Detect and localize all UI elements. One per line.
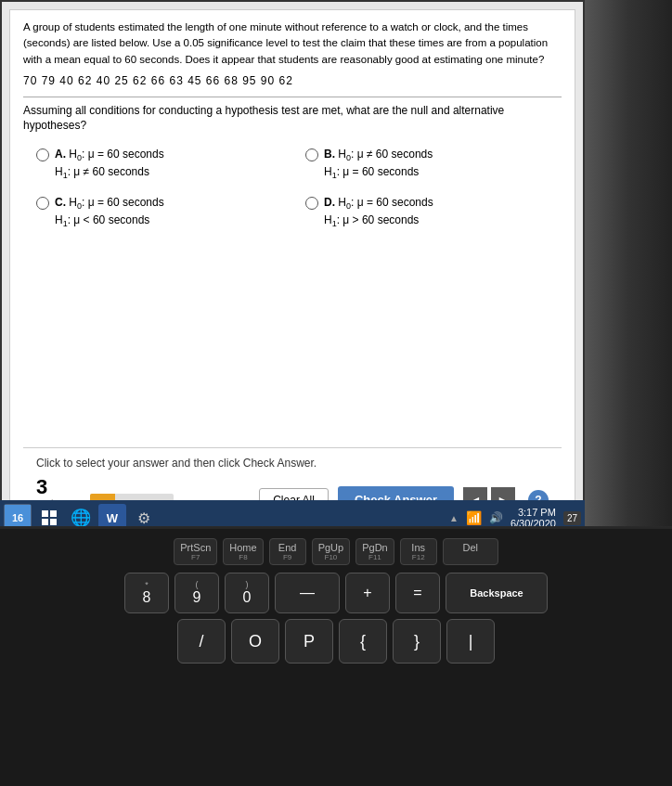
audio-icon: 🔊 [489,511,503,524]
fn-key-pgdn[interactable]: PgDn F11 [355,538,394,565]
key-minus[interactable]: — [275,573,340,613]
key-0[interactable]: ) 0 [225,573,269,613]
keyboard-area: PrtScn F7 Home F8 End F9 PgUp F10 PgDn F… [0,529,672,786]
key-close-brace[interactable]: } [393,619,441,664]
clock-time: 3:17 PM [518,507,556,518]
fn-key-ins[interactable]: Ins F12 [400,538,437,565]
parts-number: 3 [36,477,47,497]
fn-key-del[interactable]: Del [443,538,498,565]
key-8[interactable]: * 8 [124,573,169,613]
network-icon: 📶 [466,510,482,525]
option-b[interactable]: B. H0: μ ≠ 60 seconds H1: μ = 60 seconds [302,143,552,186]
radio-d[interactable] [305,197,318,210]
radio-c[interactable] [36,197,49,210]
key-p[interactable]: P [285,619,333,664]
right-bezel [585,0,672,538]
laptop-screen: A group of students estimated the length… [0,0,585,529]
windows-logo [42,510,57,525]
number-row: * 8 ( 9 ) 0 — + = Backspace [19,573,653,613]
backspace-label: Backspace [470,587,523,599]
battery-badge: 27 [563,511,581,525]
key-9[interactable]: ( 9 [174,573,219,613]
fn-keys-row: PrtScn F7 Home F8 End F9 PgUp F10 PgDn F… [19,538,653,565]
click-instruction: Click to select your answer and then cli… [36,456,549,471]
fn-key-end[interactable]: End F9 [269,538,306,565]
question-paragraph: A group of students estimated the length… [23,19,562,68]
key-open-brace[interactable]: { [339,619,387,664]
blank-work-area [23,243,562,447]
options-grid: A. H0: μ = 60 seconds H1: μ ≠ 60 seconds… [23,143,562,234]
backspace-key[interactable]: Backspace [446,573,548,613]
option-c-label: C. H0: μ = 60 seconds H1: μ < 60 seconds [55,195,164,230]
option-b-label: B. H0: μ ≠ 60 seconds H1: μ = 60 seconds [324,147,433,182]
key-slash[interactable]: / [177,619,226,664]
key-o[interactable]: O [231,619,279,664]
radio-a[interactable] [36,148,49,161]
option-a[interactable]: A. H0: μ = 60 seconds H1: μ ≠ 60 seconds [32,143,283,186]
hypothesis-question: Assuming all conditions for conducting a… [23,103,562,135]
letter-row: / O P { } | [19,619,653,664]
option-a-label: A. H0: μ = 60 seconds H1: μ ≠ 60 seconds [55,147,164,182]
radio-b[interactable] [305,148,318,161]
fn-key-prtscn[interactable]: PrtScn F7 [174,538,217,565]
up-arrow-icon: ▲ [449,513,459,523]
data-values: 70 79 40 62 40 25 62 66 63 45 66 68 95 9… [23,73,562,89]
key-pipe[interactable]: | [446,619,495,664]
option-d-label: D. H0: μ = 60 seconds H1: μ > 60 seconds [324,195,433,230]
key-plus[interactable]: + [345,573,390,613]
fn-key-pgup[interactable]: PgUp F10 [312,538,351,565]
option-c[interactable]: C. H0: μ = 60 seconds H1: μ < 60 seconds [32,191,283,234]
fn-key-home[interactable]: Home F8 [223,538,263,565]
option-d[interactable]: D. H0: μ = 60 seconds H1: μ > 60 seconds [302,191,552,234]
key-equals[interactable]: = [395,573,440,613]
question-area: A group of students estimated the length… [9,9,575,541]
